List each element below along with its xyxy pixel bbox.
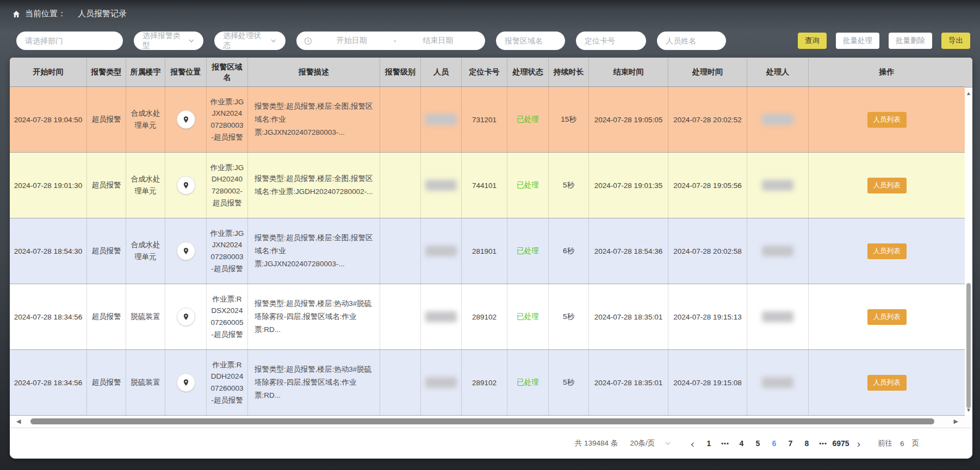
person-list-button[interactable]: 人员列表 — [867, 243, 907, 259]
cell-end-time: 2024-07-28 19:01:35 — [589, 153, 668, 218]
cell-person — [421, 284, 462, 349]
filter-bar: 选择报警类型 选择处理状态 开始日期 - 结束日期 查询 批量处理 批量删除 导… — [16, 32, 970, 50]
query-button[interactable]: 查询 — [798, 33, 827, 49]
column-header-12: 处理时间 — [668, 58, 747, 86]
cell-alarm-location — [165, 284, 207, 349]
column-header-10: 持续时长 — [549, 58, 589, 86]
breadcrumb: 当前位置： 人员报警记录 — [12, 9, 127, 19]
cell-card-number: 744101 — [462, 153, 507, 218]
location-pin-icon[interactable] — [177, 176, 195, 195]
page-number-7[interactable]: 7 — [783, 439, 799, 448]
cell-end-time: 2024-07-28 18:35:01 — [589, 350, 668, 415]
start-date-placeholder: 开始日期 — [312, 36, 392, 46]
scroll-right-icon[interactable]: ▶ — [954, 418, 958, 425]
cell-building: 脱硫装置 — [126, 284, 165, 349]
cell-status: 已处理 — [507, 350, 549, 415]
cell-alarm-type: 超员报警 — [87, 350, 126, 415]
next-page-button[interactable]: › — [851, 438, 867, 449]
horizontal-scroll-thumb[interactable] — [30, 418, 934, 424]
page-ellipsis[interactable]: ••• — [815, 440, 832, 447]
redacted-person-name — [425, 377, 457, 388]
column-header-7: 人员 — [421, 58, 462, 86]
page-number-4[interactable]: 4 — [734, 439, 750, 448]
cell-process-time: 2024-07-28 19:15:08 — [668, 350, 747, 415]
table-row[interactable]: 2024-07-28 19:04:50 超员报警 合成水处理单元 作业票:JGJ… — [10, 87, 965, 153]
process-status-select[interactable]: 选择处理状态 — [214, 32, 286, 50]
cell-start-time: 2024-07-28 18:34:56 — [10, 350, 87, 415]
location-pin-icon[interactable] — [177, 308, 195, 326]
date-range-picker[interactable]: 开始日期 - 结束日期 — [296, 32, 485, 50]
cell-process-time: 2024-07-28 20:02:58 — [668, 218, 747, 284]
person-list-button[interactable]: 人员列表 — [867, 309, 907, 325]
cell-processor — [747, 284, 809, 349]
column-header-4: 报警区域名 — [207, 58, 248, 86]
cell-building: 合成水处理单元 — [126, 87, 165, 152]
cell-alarm-location — [165, 350, 207, 415]
person-name-input[interactable] — [657, 32, 726, 50]
scroll-left-icon[interactable]: ◀ — [16, 418, 21, 425]
page-number-8[interactable]: 8 — [799, 439, 815, 448]
column-header-13: 处理人 — [747, 58, 809, 86]
alarm-area-input[interactable] — [496, 32, 565, 50]
table-row[interactable]: 2024-07-28 18:54:30 超员报警 合成水处理单元 作业票:JGJ… — [10, 218, 965, 284]
scroll-down-icon[interactable]: ▼ — [965, 407, 972, 413]
alarm-type-select[interactable]: 选择报警类型 — [134, 32, 203, 50]
alarm-records-panel: 开始时间报警类型所属楼宇报警位置报警区域名报警描述报警级别人员定位卡号处理状态持… — [10, 58, 972, 459]
page-number-5[interactable]: 5 — [750, 439, 766, 448]
person-list-button[interactable]: 人员列表 — [867, 178, 907, 193]
chevron-down-icon — [188, 37, 195, 44]
page-size-select[interactable]: 20条/页 — [630, 438, 671, 448]
page-number-6[interactable]: 6 — [766, 439, 783, 448]
goto-suffix: 页 — [912, 438, 920, 448]
location-pin-icon[interactable] — [177, 242, 195, 260]
page-size-value: 20条/页 — [630, 438, 655, 448]
prev-page-button[interactable]: ‹ — [684, 438, 700, 449]
redacted-person-name — [425, 180, 457, 191]
table-row[interactable]: 2024-07-28 18:34:56 超员报警 脱硫装置 作业票:RDDH20… — [10, 350, 965, 416]
cell-process-time: 2024-07-28 20:02:52 — [668, 87, 747, 152]
cell-end-time: 2024-07-28 19:05:05 — [589, 87, 668, 152]
cell-processor — [747, 87, 809, 152]
column-header-11: 结束时间 — [589, 58, 668, 86]
cell-start-time: 2024-07-28 18:54:30 — [10, 218, 87, 284]
cell-actions: 人员列表 — [809, 350, 965, 415]
cell-alarm-level — [380, 350, 421, 415]
cell-area-name: 作业票:RDSX202407260005-超员报警 — [207, 284, 248, 349]
pagination: 共 139484 条 20条/页 ‹ 1•••45678•••6975 › 前往… — [10, 428, 972, 459]
vertical-scrollbar[interactable]: ▲ ▼ — [965, 58, 972, 416]
cell-duration: 5秒 — [549, 350, 589, 415]
person-list-button[interactable]: 人员列表 — [867, 375, 907, 391]
column-header-6: 报警级别 — [380, 58, 421, 86]
cell-start-time: 2024-07-28 18:34:56 — [10, 284, 87, 349]
batch-delete-button[interactable]: 批量删除 — [889, 33, 932, 49]
cell-building: 合成水处理单元 — [126, 218, 165, 284]
page-number-6975[interactable]: 6975 — [832, 439, 851, 448]
location-pin-icon[interactable] — [177, 373, 195, 392]
table-row[interactable]: 2024-07-28 19:01:30 超员报警 合成水处理单元 作业票:JGD… — [10, 153, 965, 218]
page-ellipsis[interactable]: ••• — [717, 440, 734, 447]
column-header-3: 报警位置 — [165, 58, 207, 86]
cell-processor — [747, 350, 809, 415]
location-pin-icon[interactable] — [177, 110, 195, 129]
scroll-up-icon[interactable]: ▲ — [965, 90, 972, 96]
table-row[interactable]: 2024-07-28 18:34:56 超员报警 脱硫装置 作业票:RDSX20… — [10, 284, 965, 350]
breadcrumb-label: 当前位置： — [25, 9, 66, 19]
card-number-input[interactable] — [576, 32, 646, 50]
department-input[interactable] — [16, 32, 123, 50]
goto-page-input[interactable]: 6 — [900, 440, 904, 448]
vertical-scroll-thumb[interactable] — [966, 283, 971, 408]
cell-person — [421, 218, 462, 284]
person-list-button[interactable]: 人员列表 — [867, 112, 907, 128]
cell-duration: 5秒 — [549, 284, 589, 349]
page-number-1[interactable]: 1 — [701, 439, 717, 448]
redacted-processor-name — [762, 180, 793, 191]
batch-process-button[interactable]: 批量处理 — [836, 33, 879, 49]
cell-description: 报警类型:超员报警,楼层:热动3#脱硫塔除雾段-四层,报警区域名:作业票:RD.… — [248, 350, 380, 415]
column-header-8: 定位卡号 — [462, 58, 507, 86]
export-button[interactable]: 导出 — [941, 33, 970, 49]
cell-card-number: 289102 — [462, 284, 507, 349]
cell-alarm-level — [380, 87, 421, 152]
cell-person — [421, 350, 462, 415]
cell-processor — [747, 218, 809, 284]
horizontal-scrollbar[interactable]: ◀ ▶ — [10, 416, 972, 428]
